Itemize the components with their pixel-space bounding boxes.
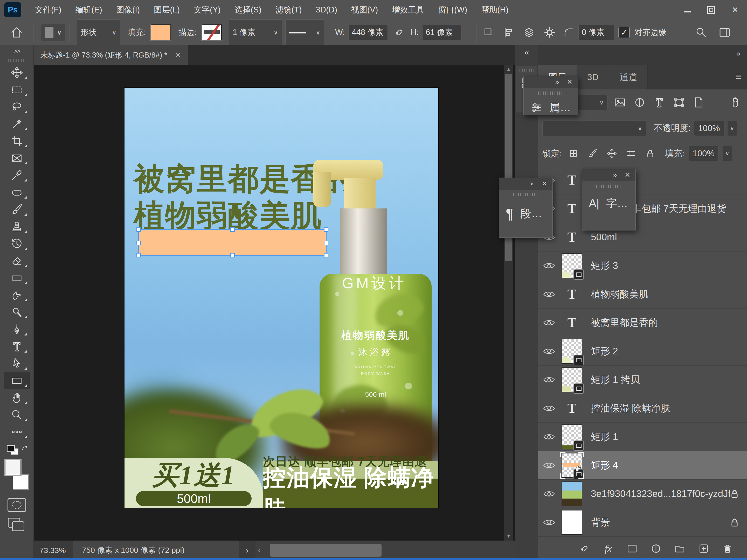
adjustment-layer-icon[interactable] (648, 541, 664, 556)
path-arrangement-icon[interactable] (523, 26, 535, 38)
layer-name[interactable]: 矩形 1 (591, 430, 618, 443)
marquee-tool[interactable] (4, 81, 30, 98)
zoom-level[interactable]: 73.33% (40, 546, 73, 555)
panel-grip[interactable] (513, 193, 538, 196)
layer-row[interactable]: 矩形 4 (538, 451, 747, 480)
filter-toggle-icon[interactable] (728, 95, 743, 110)
menu-item[interactable]: 编辑(E) (69, 0, 109, 20)
collapse-panels-icon[interactable]: » (737, 49, 741, 58)
layer-row[interactable]: 矩形 2 (538, 337, 747, 366)
layer-name[interactable]: 矩形 3 (591, 259, 618, 272)
clone-stamp-tool[interactable] (4, 218, 30, 235)
layer-name[interactable]: 矩形 4 (591, 459, 618, 472)
type-tool[interactable] (4, 338, 30, 355)
crop-tool[interactable] (4, 132, 30, 150)
fill-color-swatch[interactable] (151, 24, 171, 41)
history-brush-tool[interactable] (4, 235, 30, 252)
layer-visibility-eye-icon[interactable] (538, 366, 560, 394)
lock-all-icon[interactable] (643, 146, 658, 161)
panel-collapse-icon[interactable]: » (613, 171, 617, 179)
fill-input[interactable]: 100% (689, 146, 718, 161)
layer-thumbnail[interactable] (562, 368, 582, 392)
stroke-color-swatch[interactable] (202, 24, 222, 41)
layer-visibility-eye-icon[interactable] (538, 251, 560, 280)
transform-handle[interactable] (230, 253, 235, 258)
move-tool[interactable] (4, 64, 30, 81)
blend-mode-dropdown[interactable]: ∨ (542, 121, 646, 136)
width-input[interactable]: 448 像素 (348, 25, 388, 40)
lock-pixels-icon[interactable] (585, 146, 600, 161)
gradient-tool[interactable] (4, 269, 30, 287)
layer-row[interactable]: T控油保湿 除螨净肤 (538, 394, 747, 423)
filter-smart-objects-icon[interactable] (691, 95, 706, 110)
path-selection-tool[interactable] (4, 355, 30, 372)
eraser-tool[interactable] (4, 252, 30, 269)
height-input[interactable]: 61 像素 (422, 25, 462, 40)
layer-name[interactable]: 背景 (591, 516, 610, 529)
add-mask-icon[interactable] (624, 541, 640, 556)
layer-row[interactable]: 背景 (538, 508, 747, 537)
vertical-scrollbar[interactable]: ▲ ▼ (504, 65, 513, 540)
healing-brush-tool[interactable] (4, 184, 30, 201)
lock-artboard-icon[interactable] (623, 146, 639, 161)
layer-row[interactable]: T买1送1 (538, 166, 747, 194)
layer-name[interactable]: 3e1f93041323ed...1817f0c-yzdJfj (591, 488, 730, 499)
layer-row[interactable]: T被窝里都是香的 (538, 309, 747, 337)
canvas-area[interactable]: 被窝里都是香的 植物弱酸美肌 植物弱酸美肌 (34, 65, 515, 540)
smudge-tool[interactable] (4, 287, 30, 303)
home-button[interactable] (10, 20, 23, 45)
menu-item[interactable]: 视图(V) (344, 0, 385, 20)
properties-panel-float[interactable]: »✕ 属… (523, 76, 578, 115)
scroll-up-icon[interactable]: ▲ (504, 66, 513, 72)
layer-thumbnail[interactable] (562, 482, 582, 506)
rectangle-tool[interactable] (4, 372, 30, 389)
layer-thumbnail[interactable] (562, 339, 582, 363)
filter-adjustment-layers-icon[interactable] (632, 95, 647, 110)
filter-type-layers-icon[interactable] (652, 95, 667, 110)
eyedropper-tool[interactable] (4, 167, 30, 184)
status-expand-icon[interactable]: › (246, 545, 249, 555)
brush-tool[interactable] (4, 201, 30, 218)
panel-menu-icon[interactable]: ≡ (735, 72, 741, 82)
layer-name[interactable]: 500ml (591, 232, 617, 243)
new-layer-icon[interactable] (696, 541, 711, 556)
filter-shape-layers-icon[interactable] (671, 95, 687, 110)
menu-item[interactable]: 文字(Y) (187, 0, 228, 20)
transform-handle[interactable] (230, 228, 235, 232)
stroke-width-dropdown[interactable]: 1 像素∨ (229, 20, 282, 45)
layer-name[interactable]: 被窝里都是香的 (591, 316, 658, 329)
opacity-input[interactable]: 100% (694, 121, 724, 136)
lasso-tool[interactable] (4, 98, 30, 115)
foreground-background-swatches[interactable] (3, 458, 30, 491)
menu-item[interactable]: 图像(I) (109, 0, 147, 20)
tool-preset-picker[interactable]: ∨ (41, 20, 66, 45)
edit-toolbar[interactable] (4, 423, 30, 441)
layer-visibility-eye-icon[interactable] (538, 480, 560, 508)
restore-button[interactable] (699, 0, 723, 20)
document-tab[interactable]: 未标题-1 @ 73.3% (矩形 4, RGB/8#) * ✕ (34, 45, 188, 65)
transform-handle[interactable] (324, 228, 328, 232)
menu-item[interactable]: 滤镜(T) (268, 0, 309, 20)
panel-grip[interactable] (538, 91, 563, 95)
transform-handle[interactable] (136, 228, 141, 232)
menu-item[interactable]: 图层(L) (147, 0, 187, 20)
scroll-left-icon[interactable]: ‹ (258, 546, 261, 555)
panel-grip[interactable] (519, 69, 534, 72)
panel-close-icon[interactable]: ✕ (624, 171, 630, 179)
filter-pixel-layers-icon[interactable] (612, 95, 627, 110)
toolbar-expand-icon[interactable]: >> (0, 45, 33, 55)
layer-row[interactable]: 矩形 1 (538, 423, 747, 451)
screen-mode-button[interactable] (8, 518, 26, 532)
layer-thumbnail[interactable] (562, 254, 582, 278)
layer-name[interactable]: 矩形 2 (591, 345, 618, 358)
lock-position-icon[interactable] (604, 146, 619, 161)
swap-colors-icon[interactable] (21, 444, 28, 452)
toolbar-grip[interactable] (8, 59, 26, 62)
layer-visibility-eye-icon[interactable] (538, 337, 560, 365)
layer-row[interactable]: T次日达 顺丰包邮 7天无理由退货 (538, 194, 747, 223)
frame-tool[interactable] (4, 150, 30, 167)
path-alignment-icon[interactable] (503, 27, 514, 38)
panel-collapse-icon[interactable]: » (530, 180, 534, 188)
default-colors-icon[interactable] (7, 445, 15, 452)
layer-style-fx-icon[interactable]: fx (601, 541, 616, 556)
